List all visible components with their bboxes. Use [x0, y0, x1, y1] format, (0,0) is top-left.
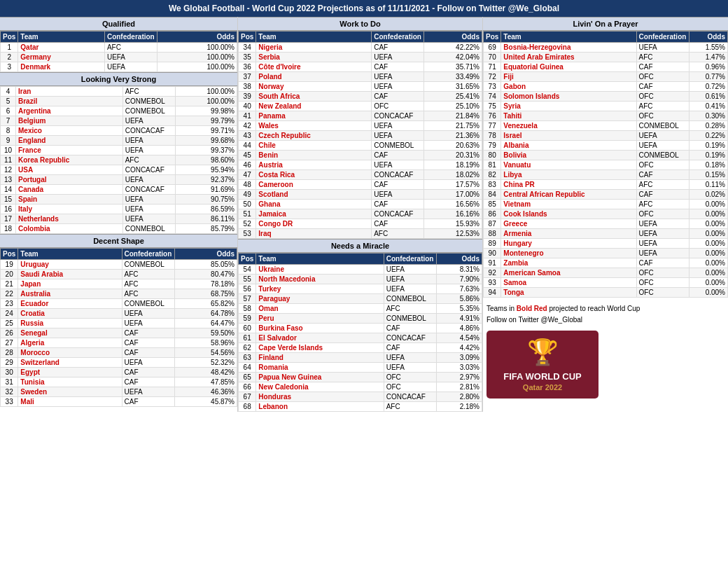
team-cell: New Caledonia	[256, 382, 384, 392]
conf-cell: UEFA	[636, 141, 689, 151]
pos-cell: 61	[239, 333, 256, 343]
pos-cell: 78	[484, 131, 501, 141]
col-odds2: Odds	[174, 249, 237, 260]
conf-cell: OFC	[636, 288, 689, 298]
pos-cell: 88	[484, 229, 501, 239]
table-row: 37PolandUEFA33.49%	[239, 72, 482, 82]
pos-cell: 37	[239, 72, 256, 82]
odds-cell: 33.49%	[424, 72, 482, 82]
odds-cell: 54.56%	[174, 348, 237, 358]
odds-cell: 95.94%	[175, 165, 237, 175]
conf-cell: CAF	[122, 348, 174, 358]
conf-cell: UEFA	[372, 121, 424, 131]
odds-cell: 1.47%	[689, 53, 727, 62]
pos-cell: 5	[1, 97, 16, 106]
pos-cell: 91	[484, 258, 501, 268]
table-row: 61El SalvadorCONCACAF4.54%	[239, 333, 482, 343]
pos-cell: 25	[1, 319, 18, 328]
conf-cell: CAF	[636, 190, 689, 200]
odds-cell: 85.05%	[174, 260, 237, 270]
pos-cell: 13	[1, 175, 16, 185]
table-row: 55North MacedoniaUEFA7.90%	[239, 275, 482, 284]
conf-cell: CAF	[636, 62, 689, 72]
col-team3: Team	[256, 32, 372, 43]
odds-cell: 0.77%	[689, 72, 727, 82]
pos-cell: 41	[239, 111, 256, 121]
table-row: 20Saudi ArabiaAFC80.47%	[1, 270, 237, 279]
pos-cell: 73	[484, 82, 501, 92]
table-row: 66New CaledoniaOFC2.81%	[239, 382, 482, 392]
pos-cell: 34	[239, 43, 256, 53]
team-cell: Argentina	[16, 106, 123, 116]
team-cell: Uruguay	[18, 260, 122, 270]
pos-cell: 68	[239, 402, 256, 412]
odds-cell: 100.00%	[157, 43, 237, 53]
team-cell: Montenegro	[501, 249, 636, 258]
odds-cell: 21.84%	[424, 111, 482, 121]
pos-cell: 58	[239, 304, 256, 314]
top-banner: We Global Football - World Cup 2022 Proj…	[0, 0, 728, 17]
table-row: 36Côte d'IvoireCAF35.71%	[239, 62, 482, 72]
odds-cell: 91.69%	[175, 185, 237, 195]
team-cell: Brazil	[16, 97, 123, 106]
table-row: 50GhanaCAF16.56%	[239, 200, 482, 209]
conf-cell: CONMEBOL	[122, 106, 175, 116]
table-row: 44ChileCONMEBOL20.63%	[239, 141, 482, 151]
team-cell: Saudi Arabia	[18, 270, 122, 279]
odds-cell: 64.47%	[174, 319, 237, 328]
table-row: 58OmanAFC5.35%	[239, 304, 482, 314]
table-row: 94TongaOFC0.00%	[484, 288, 728, 298]
col-pos2: Pos	[1, 249, 18, 260]
team-cell: Papua New Guinea	[256, 373, 384, 382]
odds-cell: 2.97%	[436, 373, 482, 382]
odds-cell: 52.32%	[174, 358, 237, 368]
odds-cell: 35.71%	[424, 62, 482, 72]
conf-cell: UEFA	[122, 214, 175, 224]
pos-cell: 11	[1, 155, 16, 165]
pos-cell: 77	[484, 121, 501, 131]
team-cell: Korea Republic	[16, 155, 123, 165]
conf-cell: CAF	[122, 368, 174, 377]
pos-cell: 79	[484, 141, 501, 151]
col-pos5: Pos	[484, 32, 501, 43]
pos-cell: 56	[239, 284, 256, 294]
team-cell: Panama	[256, 111, 372, 121]
table-row: 23EcuadorCONMEBOL65.82%	[1, 299, 237, 309]
table-row: 7BelgiumUEFA99.79%	[1, 116, 237, 126]
team-cell: Qatar	[18, 43, 105, 53]
team-cell: Hungary	[501, 239, 636, 249]
conf-cell: CAF	[636, 170, 689, 180]
conf-cell: CAF	[372, 219, 424, 229]
team-cell: Greece	[501, 219, 636, 229]
pos-cell: 62	[239, 343, 256, 353]
conf-cell: CAF	[122, 338, 174, 348]
team-cell: USA	[16, 165, 123, 175]
pos-cell: 57	[239, 294, 256, 304]
odds-cell: 65.82%	[174, 299, 237, 309]
conf-cell: UEFA	[372, 190, 424, 200]
odds-cell: 0.61%	[689, 92, 727, 102]
conf-cell: AFC	[372, 229, 424, 239]
pos-cell: 47	[239, 170, 256, 180]
conf-cell: UEFA	[384, 284, 436, 294]
conf-cell: CONMEBOL	[384, 314, 436, 324]
table-row: 17NetherlandsUEFA86.11%	[1, 214, 237, 224]
odds-cell: 100.00%	[175, 97, 237, 106]
conf-cell: UEFA	[636, 249, 689, 258]
team-cell: Lebanon	[256, 402, 384, 412]
conf-cell: UEFA	[122, 116, 175, 126]
pos-cell: 81	[484, 160, 501, 170]
odds-cell: 25.10%	[424, 102, 482, 111]
odds-cell: 0.11%	[689, 180, 727, 190]
conf-cell: UEFA	[384, 275, 436, 284]
table-row: 69Bosnia-HerzegovinaUEFA1.55%	[484, 43, 728, 53]
table-row: 24CroatiaUEFA64.78%	[1, 309, 237, 319]
team-cell: Honduras	[256, 392, 384, 402]
col-pos: Pos	[1, 32, 18, 43]
pos-cell: 65	[239, 373, 256, 382]
conf-cell: UEFA	[122, 309, 174, 319]
table-row: 35SerbiaUEFA42.04%	[239, 53, 482, 62]
conf-cell: CONCACAF	[122, 165, 175, 175]
table-row: 31TunisiaCAF47.85%	[1, 377, 237, 387]
conf-cell: CONMEBOL	[122, 260, 174, 270]
